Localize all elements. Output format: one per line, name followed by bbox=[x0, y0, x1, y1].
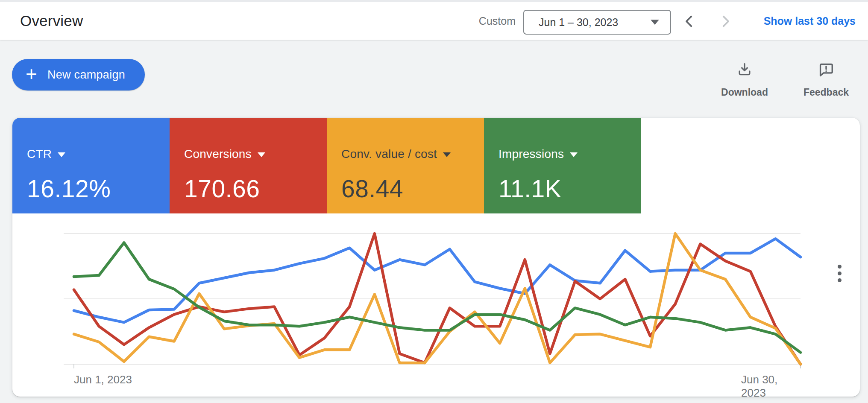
download-button[interactable]: Download bbox=[710, 61, 779, 98]
previous-period-button[interactable] bbox=[680, 12, 699, 31]
chevron-right-icon bbox=[718, 14, 733, 29]
feedback-button[interactable]: Feedback bbox=[792, 61, 860, 98]
performance-chart[interactable]: Jun 1, 2023 Jun 30, 2023 bbox=[12, 118, 860, 397]
chart-canvas[interactable] bbox=[12, 118, 860, 397]
overview-card: CTR16.12%Conversions170.66Conv. value / … bbox=[12, 118, 860, 397]
x-axis-start-label: Jun 1, 2023 bbox=[74, 373, 132, 386]
page-title: Overview bbox=[20, 12, 83, 29]
x-axis-end-label: Jun 30, 2023 bbox=[741, 373, 801, 400]
chart-line-ctr bbox=[74, 239, 801, 322]
plus-icon: + bbox=[26, 64, 37, 84]
feedback-icon bbox=[818, 61, 834, 78]
new-campaign-button[interactable]: + New campaign bbox=[12, 59, 145, 91]
download-icon bbox=[736, 61, 753, 78]
download-label: Download bbox=[721, 87, 768, 98]
date-range-value: Jun 1 – 30, 2023 bbox=[524, 16, 618, 29]
page-header: Overview Custom Jun 1 – 30, 2023 Show la… bbox=[0, 0, 868, 40]
new-campaign-label: New campaign bbox=[47, 68, 125, 82]
chevron-down-icon bbox=[651, 20, 659, 25]
next-period-button[interactable] bbox=[716, 12, 735, 31]
date-range-selector[interactable]: Jun 1 – 30, 2023 bbox=[523, 10, 671, 35]
feedback-label: Feedback bbox=[803, 87, 849, 98]
show-last-30-days-link[interactable]: Show last 30 days bbox=[764, 15, 856, 27]
chevron-left-icon bbox=[682, 14, 697, 29]
date-mode-label: Custom bbox=[479, 15, 516, 27]
